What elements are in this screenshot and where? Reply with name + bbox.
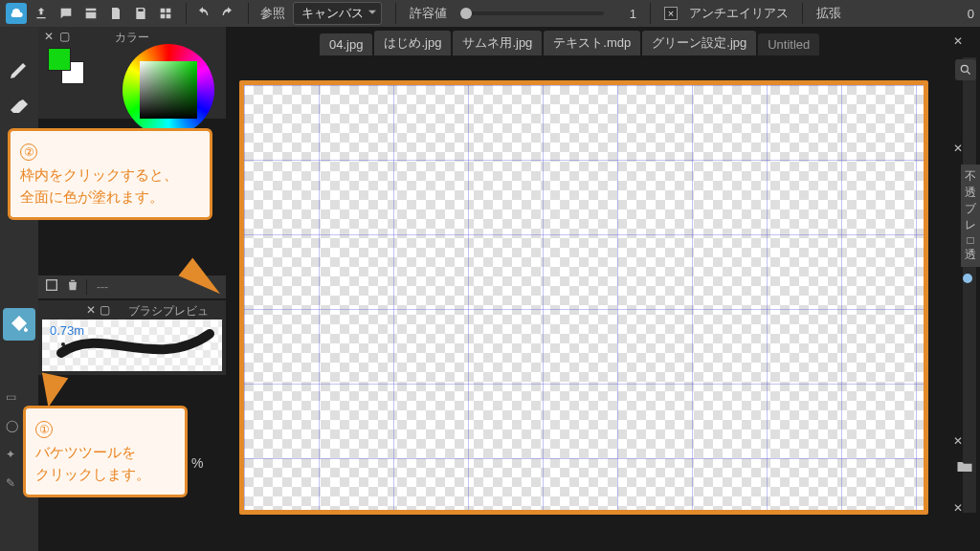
reference-label: 参照: [260, 5, 285, 22]
share-icon[interactable]: [31, 3, 52, 24]
color-panel: ✕ ▢ カラー: [38, 27, 226, 119]
close-icon[interactable]: ✕: [953, 434, 963, 448]
panel-icon[interactable]: [80, 3, 101, 24]
separator: [802, 3, 803, 24]
grid-icon[interactable]: [155, 3, 176, 24]
redo-icon[interactable]: [217, 3, 238, 24]
trash-icon[interactable]: [65, 277, 80, 297]
undo-icon[interactable]: [192, 3, 213, 24]
right-panel-transp[interactable]: □透: [961, 230, 980, 267]
svg-point-1: [961, 65, 968, 72]
document-tabs: 04.jpg はじめ.jpg サムネ用.jpg テキスト.mdp グリーン設定.…: [320, 31, 959, 55]
fg-color-swatch[interactable]: [48, 48, 71, 71]
callout-number: ①: [35, 421, 53, 438]
annotation-callout-2: ② 枠内をクリックすると、 全面に色が塗れます。: [8, 128, 212, 220]
tool-options: 参照 キャンバス 許容値 1 × アンチエイリアス 拡張: [260, 2, 841, 25]
close-icon[interactable]: ✕: [953, 501, 963, 515]
separator: [650, 3, 651, 24]
tab-text[interactable]: テキスト.mdp: [544, 31, 640, 55]
layer-dash: ---: [97, 280, 108, 294]
annotation-arrow-icon: [35, 372, 68, 409]
close-icon[interactable]: ✕: [44, 30, 54, 43]
top-toolbar: 参照 キャンバス 許容値 1 × アンチエイリアス 拡張 0: [0, 0, 980, 27]
save-icon[interactable]: [130, 3, 151, 24]
separator: [248, 3, 249, 24]
callout-number: ②: [20, 143, 37, 161]
close-icon[interactable]: ✕: [86, 303, 96, 317]
tolerance-value: 1: [617, 7, 636, 21]
antialias-label: アンチエイリアス: [689, 5, 789, 22]
comment-icon[interactable]: [56, 3, 77, 24]
popout-icon[interactable]: ▢: [100, 303, 110, 317]
popout-icon[interactable]: ▢: [59, 30, 70, 43]
brush-tool-icon[interactable]: [3, 54, 35, 86]
color-swatch[interactable]: [48, 48, 86, 86]
brush-preview-panel: ✕ ▢ ブラシプレビュ 0.73m: [38, 300, 226, 375]
close-icon[interactable]: ✕: [953, 142, 963, 155]
tab-untitled[interactable]: Untitled: [758, 33, 819, 55]
color-wheel[interactable]: [122, 44, 214, 136]
expand-value: 0: [968, 7, 974, 21]
eraser-tool-icon[interactable]: [3, 92, 35, 124]
brush-size-value: 0.73m: [50, 323, 84, 338]
color-square[interactable]: [140, 61, 197, 119]
canvas[interactable]: [244, 85, 924, 510]
canvas-highlight-frame: [239, 80, 928, 515]
folder-icon[interactable]: [955, 457, 974, 476]
separator: [186, 3, 187, 24]
new-layer-icon[interactable]: [44, 277, 59, 297]
radio-dot-icon[interactable]: [963, 274, 972, 283]
cloud-sync-icon[interactable]: [6, 3, 27, 24]
percent-label: %: [191, 455, 203, 471]
callout-text: 全面に色が塗れます。: [20, 188, 164, 205]
vertical-scrollbar[interactable]: ▴: [963, 57, 976, 513]
tolerance-label: 許容値: [410, 5, 447, 22]
tab-thumb[interactable]: サムネ用.jpg: [453, 31, 542, 55]
zoom-icon[interactable]: [955, 59, 976, 80]
callout-text: バケツツールを: [35, 444, 136, 460]
callout-text: 枠内をクリックすると、: [20, 166, 178, 183]
tolerance-slider[interactable]: [460, 11, 604, 15]
svg-rect-0: [47, 280, 57, 291]
separator: [395, 3, 396, 24]
bucket-tool-icon[interactable]: [3, 308, 35, 341]
tab-green[interactable]: グリーン設定.jpg: [642, 31, 756, 55]
close-icon[interactable]: ✕: [953, 34, 963, 48]
document-icon[interactable]: [105, 3, 126, 24]
tab-hajime[interactable]: はじめ.jpg: [374, 31, 451, 55]
slider-thumb[interactable]: [460, 8, 472, 19]
annotation-callout-1: ① バケツツールを クリックします。: [23, 406, 188, 497]
expand-label: 拡張: [816, 5, 841, 22]
antialias-checkbox[interactable]: ×: [664, 7, 678, 20]
tab-04[interactable]: 04.jpg: [320, 33, 372, 55]
callout-text: クリックします。: [35, 466, 150, 482]
brush-dot-icon: [61, 342, 65, 346]
reference-dropdown[interactable]: キャンバス: [293, 2, 382, 25]
